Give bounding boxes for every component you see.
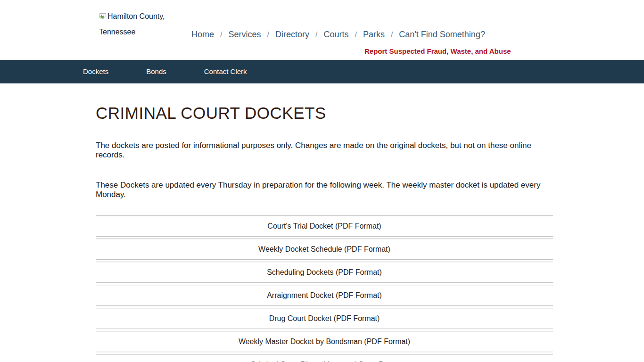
update-schedule-paragraph: These Dockets are updated every Thursday… bbox=[96, 181, 553, 199]
docket-list: Court's Trial Docket (PDF Format) Weekly… bbox=[96, 215, 553, 362]
main-content: CRIMINAL COURT DOCKETS The dockets are p… bbox=[96, 104, 553, 362]
divider bbox=[96, 215, 553, 216]
divider bbox=[96, 305, 553, 306]
divider bbox=[96, 308, 553, 309]
broken-image-icon bbox=[99, 9, 107, 17]
logo-alt-line1: Hamilton County, bbox=[107, 12, 165, 20]
site-logo[interactable]: Hamilton County, Tennessee bbox=[99, 8, 174, 40]
nav-separator: / bbox=[315, 31, 317, 39]
intro-paragraph: The dockets are posted for informational… bbox=[96, 141, 553, 160]
nav-directory[interactable]: Directory bbox=[275, 30, 309, 40]
site-header: Hamilton County, Tennessee Home / Servic… bbox=[0, 0, 644, 60]
nav-separator: / bbox=[220, 31, 222, 39]
nav-parks[interactable]: Parks bbox=[363, 30, 385, 40]
nav-home[interactable]: Home bbox=[191, 30, 214, 40]
docket-link-master-by-bondsman[interactable]: Weekly Master Docket by Bondsman (PDF Fo… bbox=[96, 333, 553, 350]
divider bbox=[96, 239, 553, 239]
divider bbox=[96, 331, 553, 332]
nav-separator: / bbox=[267, 31, 269, 39]
divider bbox=[96, 236, 553, 237]
logo-alt-line2: Tennessee bbox=[99, 28, 135, 36]
report-fraud-link[interactable]: Report Suspected Fraud, Waste, and Abuse bbox=[364, 47, 511, 55]
nav-courts[interactable]: Courts bbox=[323, 30, 348, 40]
nav-cant-find-something[interactable]: Can't Find Something? bbox=[399, 30, 485, 40]
docket-link-weekly-schedule[interactable]: Weekly Docket Schedule (PDF Format) bbox=[96, 241, 553, 258]
divider bbox=[96, 282, 553, 283]
divider bbox=[96, 285, 553, 286]
divider bbox=[96, 354, 553, 355]
subnav-bonds[interactable]: Bonds bbox=[127, 60, 185, 83]
docket-link-courts-trial[interactable]: Court's Trial Docket (PDF Format) bbox=[96, 218, 553, 235]
nav-separator: / bbox=[391, 31, 393, 39]
docket-link-scheduling[interactable]: Scheduling Dockets (PDF Format) bbox=[96, 264, 553, 281]
section-nav: Dockets Bonds Contact Clerk bbox=[0, 60, 644, 83]
nav-services[interactable]: Services bbox=[228, 30, 261, 40]
docket-link-drug-court[interactable]: Drug Court Docket (PDF Format) bbox=[96, 310, 553, 327]
subnav-dockets[interactable]: Dockets bbox=[64, 60, 127, 83]
divider bbox=[96, 259, 553, 260]
subnav-contact-clerk[interactable]: Contact Clerk bbox=[185, 60, 266, 83]
primary-nav: Home / Services / Directory / Courts / P… bbox=[191, 30, 485, 40]
docket-link-arraignment[interactable]: Arraignment Docket (PDF Format) bbox=[96, 287, 553, 304]
divider bbox=[96, 262, 553, 263]
docket-link-dispositions[interactable]: Criminal Court Dispositions and Court Da… bbox=[96, 356, 553, 362]
divider bbox=[96, 329, 553, 329]
page-title: CRIMINAL COURT DOCKETS bbox=[96, 104, 553, 123]
nav-separator: / bbox=[355, 31, 356, 39]
divider bbox=[96, 352, 553, 353]
